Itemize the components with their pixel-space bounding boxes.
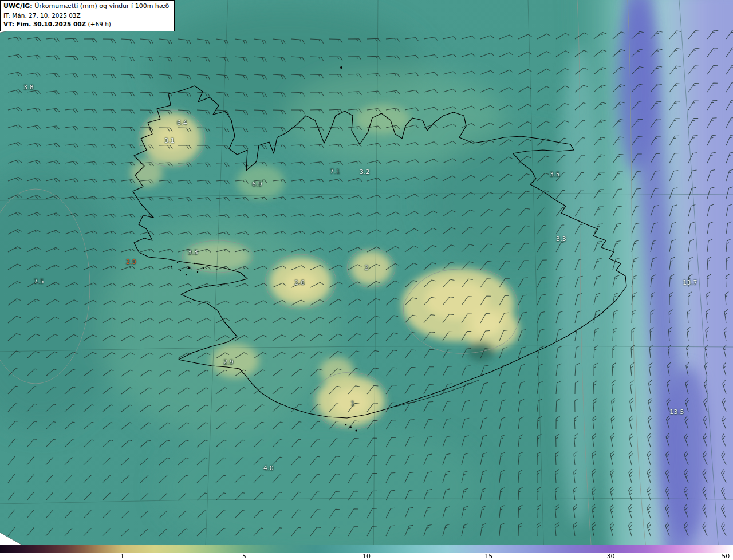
colorbar-tick-label: 10	[362, 553, 371, 560]
precipitation-wind-map	[0, 0, 733, 560]
colorbar-tick-label: 5	[242, 553, 246, 560]
weather-map-stage: 4.23.86.43.17.13.26.93.53.33.32.97.52.62…	[0, 0, 733, 560]
valid-time-main: VT: Fim. 30.10.2025 00Z	[3, 21, 86, 27]
map-title: UWC/IG: Úrkomumætti (mm) og vindur í 100…	[3, 2, 169, 11]
model-name: UWC/IG:	[3, 2, 33, 10]
colorbar: 1510153050	[0, 545, 733, 560]
model-info-box: UWC/IG: Úrkomumætti (mm) og vindur í 100…	[0, 0, 175, 31]
colorbar-tick-label: 1	[120, 553, 124, 560]
colorbar-tick-label: 30	[607, 553, 615, 560]
valid-time-offset: (+69 h)	[88, 21, 111, 27]
colorbar-ticks: 1510153050	[0, 553, 733, 560]
colorbar-tick-label: 50	[722, 553, 730, 560]
init-time: IT: Mán. 27. 10. 2025 03Z	[3, 11, 169, 21]
colorbar-gradient	[0, 545, 733, 553]
map-title-text: Úrkomumætti (mm) og vindur í 100m hæð	[34, 2, 169, 10]
valid-time: VT: Fim. 30.10.2025 00Z (+69 h)	[3, 20, 169, 29]
moist-band-east	[555, 0, 733, 560]
colorbar-tick-label: 15	[484, 553, 492, 560]
